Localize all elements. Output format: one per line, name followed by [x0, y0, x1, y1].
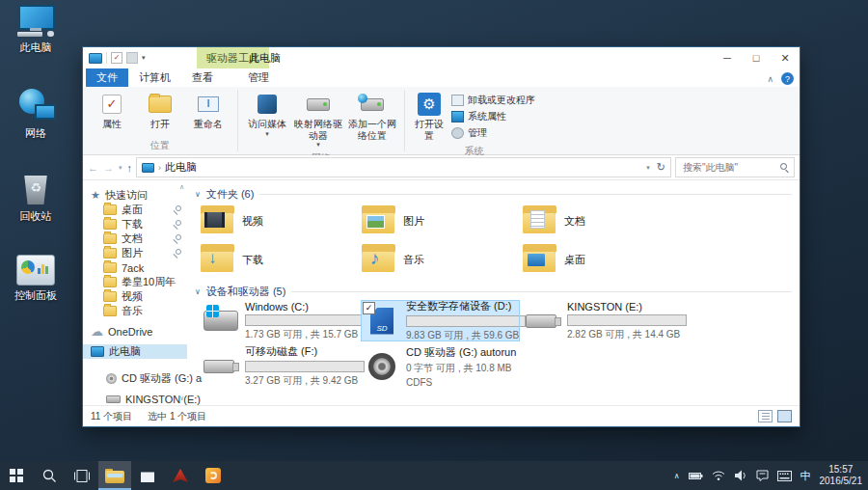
- scroll-up-icon[interactable]: ∧: [179, 183, 184, 191]
- desktop-icon-recycle-bin[interactable]: ♻ 回收站: [1, 174, 70, 224]
- quick-access-toolbar: ✓ ▾: [83, 52, 146, 64]
- collapse-ribbon-icon[interactable]: ∧: [767, 74, 773, 84]
- sidebar-item-7ack[interactable]: 7ack: [83, 260, 187, 275]
- qat-dropdown-icon[interactable]: ▾: [142, 54, 146, 62]
- taskbar-file-explorer-button[interactable]: [98, 461, 131, 490]
- access-media-button[interactable]: 访问媒体 ▾: [244, 90, 290, 140]
- uninstall-program-button[interactable]: 卸载或更改程序: [451, 94, 535, 107]
- drive-item-c[interactable]: Windows (C:) 1.73 GB 可用 , 共 15.7 GB: [201, 301, 358, 340]
- back-button[interactable]: ←: [88, 162, 98, 174]
- quick-access-icon: ★: [91, 189, 100, 202]
- explorer-mini-icon: [89, 53, 102, 64]
- sidebar-item-cd-drive[interactable]: CD 驱动器 (G:) a: [83, 368, 187, 389]
- close-button[interactable]: ✕: [771, 47, 800, 68]
- thumbnails-view-icon[interactable]: [777, 410, 792, 422]
- touch-keyboard-icon[interactable]: [777, 471, 792, 481]
- taskbar-app-orange-button[interactable]: [197, 461, 230, 490]
- taskbar-search-button[interactable]: [33, 461, 66, 490]
- checkbox-checked-icon[interactable]: ✓: [363, 302, 375, 314]
- open-button[interactable]: 打开: [137, 90, 183, 132]
- manage-button[interactable]: 管理: [451, 126, 535, 140]
- network-icon: [15, 89, 56, 123]
- breadcrumb-bar[interactable]: › 此电脑 ▾ ↻: [136, 157, 671, 177]
- address-dropdown-icon[interactable]: ▾: [646, 164, 650, 172]
- tab-manage[interactable]: 管理: [237, 68, 280, 87]
- system-tray: ∧ 中 15:57 2016/5/21: [674, 464, 868, 488]
- folder-item-pictures[interactable]: 图片: [362, 202, 516, 240]
- battery-icon[interactable]: [689, 472, 703, 480]
- ime-indicator[interactable]: 中: [800, 469, 811, 483]
- desktop-icon-this-pc[interactable]: 此电脑: [1, 5, 70, 55]
- desktop-icon-control-panel[interactable]: 控制面板: [1, 255, 70, 303]
- taskbar-app-red-button[interactable]: [164, 461, 197, 490]
- folder-item-videos[interactable]: 视频: [201, 202, 355, 240]
- sidebar-item-pictures[interactable]: 图片: [83, 246, 187, 260]
- desktop-icon-label: 网络: [1, 126, 70, 141]
- sidebar-item-quick-access[interactable]: ★ 快速访问: [83, 188, 187, 203]
- minimize-button[interactable]: ─: [713, 47, 742, 68]
- folder-item-desktop[interactable]: 桌面: [523, 240, 677, 279]
- task-view-button[interactable]: [66, 461, 98, 490]
- action-center-icon[interactable]: [756, 470, 769, 481]
- rename-button[interactable]: I 重命名: [185, 90, 231, 132]
- desktop-icon-network[interactable]: 网络: [1, 89, 70, 141]
- chevron-down-icon[interactable]: ∨: [195, 287, 201, 296]
- tab-computer[interactable]: 计算机: [128, 68, 181, 87]
- section-header-drives[interactable]: ∨ 设备和驱动器 (5): [193, 284, 800, 299]
- red-app-icon: [173, 469, 188, 482]
- taskbar-clock[interactable]: 15:57 2016/5/21: [820, 464, 863, 488]
- drive-item-e[interactable]: KINGSTON (E:) 2.82 GB 可用 , 共 14.4 GB: [523, 301, 680, 340]
- drive-item-g-cd[interactable]: CD 驱动器 (G:) autorun 0 字节 可用 , 共 10.8 MB …: [362, 346, 519, 386]
- add-network-location-button[interactable]: 添加一个网络位置: [346, 90, 398, 143]
- sidebar-item-kof10[interactable]: 拳皇10周年: [83, 275, 187, 289]
- sidebar-item-desktop[interactable]: 桌面: [83, 203, 187, 217]
- sidebar-item-videos[interactable]: 视频: [83, 289, 187, 304]
- sidebar-item-this-pc[interactable]: 此电脑: [83, 344, 187, 359]
- properties-quick-icon[interactable]: ✓: [111, 52, 122, 64]
- properties-button[interactable]: ✓ 属性: [89, 90, 135, 132]
- wifi-icon[interactable]: [712, 470, 725, 481]
- desktop: 此电脑 网络 ♻ 回收站 控制面板 ✓ ▾ 驱动器工具 此电脑 ─ □: [0, 0, 868, 490]
- map-network-drive-button[interactable]: 映射网络驱动器▾: [292, 90, 344, 150]
- volume-icon[interactable]: [734, 470, 747, 481]
- folder-item-music[interactable]: ♪ 音乐: [362, 240, 516, 279]
- status-bar: 11 个项目 选中 1 个项目: [83, 405, 800, 426]
- open-settings-button[interactable]: ⚙ 打开设置: [411, 90, 448, 143]
- refresh-icon[interactable]: ↻: [657, 161, 665, 174]
- search-icon[interactable]: [780, 163, 789, 172]
- folder-item-documents[interactable]: 文档: [523, 202, 677, 240]
- sidebar-item-music[interactable]: 音乐: [83, 304, 187, 318]
- newfolder-quick-icon[interactable]: [126, 52, 138, 64]
- sidebar-item-downloads[interactable]: 下载: [83, 217, 187, 231]
- help-icon[interactable]: ?: [781, 72, 794, 85]
- search-box[interactable]: [675, 157, 795, 177]
- drive-item-d-selected[interactable]: ✓ SD 安全数字存储设备 (D:) 9.83 GB 可用 , 共 59.6 G…: [362, 301, 519, 340]
- section-header-folders[interactable]: ∨ 文件夹 (6): [193, 186, 800, 202]
- maximize-button[interactable]: □: [742, 47, 771, 68]
- history-dropdown-icon[interactable]: ▾: [119, 164, 122, 172]
- tray-expand-icon[interactable]: ∧: [674, 472, 680, 480]
- tab-view[interactable]: 查看: [181, 68, 224, 87]
- breadcrumb-separator: ›: [158, 163, 161, 173]
- up-button[interactable]: ↑: [127, 162, 133, 174]
- usb-drive-icon: [203, 360, 239, 373]
- search-input[interactable]: [681, 161, 776, 174]
- scroll-down-icon[interactable]: ∨: [179, 395, 184, 402]
- sidebar-item-onedrive[interactable]: ☁ OneDrive: [83, 324, 187, 339]
- sidebar-item-documents[interactable]: 文档: [83, 231, 187, 246]
- details-view-icon[interactable]: [758, 410, 773, 422]
- ribbon-group-location: ✓ 属性 打开 I 重命名 位置: [83, 87, 237, 154]
- chevron-down-icon[interactable]: ∨: [195, 190, 201, 199]
- drive-item-f[interactable]: 可移动磁盘 (F:) 3.27 GB 可用 , 共 9.42 GB: [201, 346, 358, 386]
- sidebar-item-kingston[interactable]: KINGSTON (E:): [83, 389, 187, 405]
- forward-button[interactable]: →: [103, 162, 114, 174]
- breadcrumb[interactable]: 此电脑: [165, 160, 197, 175]
- dropdown-arrow-icon: ▾: [265, 130, 269, 138]
- start-button[interactable]: [0, 461, 33, 490]
- hdd-windows-icon: [203, 311, 239, 331]
- tab-file[interactable]: 文件: [86, 68, 128, 87]
- folder-item-downloads[interactable]: ↓ 下载: [201, 240, 355, 279]
- taskbar-store-button[interactable]: [131, 461, 164, 490]
- file-list-pane: ∨ 文件夹 (6) 视频 图片 文档: [187, 180, 800, 405]
- system-properties-button[interactable]: 系统属性: [451, 110, 535, 123]
